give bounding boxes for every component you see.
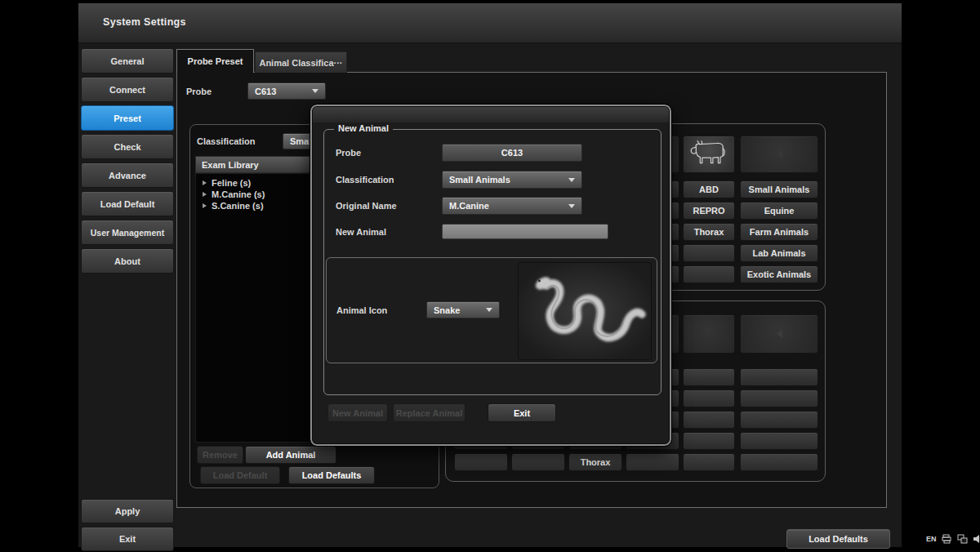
sidebar-item-check[interactable]: Check: [81, 134, 174, 159]
network-icon: [957, 534, 968, 544]
animal-icon-value: Snake: [434, 305, 460, 315]
exam-library-title: Exam Library: [202, 160, 259, 170]
tab-animal-classification[interactable]: Animal Classifica···: [255, 51, 347, 73]
preset-button-farm-animals[interactable]: Farm Animals: [740, 223, 818, 241]
app-window: System Settings General Connect Preset C…: [78, 3, 902, 547]
classification-label: Classification: [197, 136, 256, 146]
dialog-probe-value: C613: [442, 144, 582, 162]
preset-button[interactable]: [740, 432, 818, 450]
dialog-classification-value: Small Animals: [449, 175, 510, 185]
footer-load-defaults-button[interactable]: Load Defaults: [786, 529, 890, 549]
dialog-new-animal-button[interactable]: New Animal: [327, 403, 388, 422]
animal-icon-select[interactable]: Snake: [426, 301, 500, 318]
preset-button[interactable]: [740, 368, 818, 386]
new-animal-input[interactable]: [442, 224, 608, 239]
preset-button[interactable]: [740, 390, 818, 407]
faint-arrow-icon: [777, 150, 782, 158]
fieldset-legend: New Animal: [334, 123, 393, 133]
preset-button[interactable]: [683, 265, 735, 283]
preset-button-abd[interactable]: ABD: [683, 180, 735, 198]
dialog-classification-select[interactable]: Small Animals: [442, 171, 582, 189]
animal-icon-button[interactable]: [740, 314, 818, 354]
preset-button-repro[interactable]: REPRO: [683, 202, 735, 220]
preset-button[interactable]: [454, 453, 508, 471]
probe-select-value: C613: [255, 87, 276, 96]
printer-icon: [942, 534, 952, 544]
load-default-button[interactable]: Load Default: [200, 466, 280, 484]
preset-button-small-animals[interactable]: Small Animals: [740, 180, 818, 198]
sidebar-item-connect[interactable]: Connect: [81, 77, 174, 102]
dialog-titlebar[interactable]: [313, 107, 669, 122]
animal-icon-preview: [518, 262, 652, 360]
animal-icon-button[interactable]: [740, 136, 818, 173]
apply-button[interactable]: Apply: [81, 499, 174, 523]
list-item-label: M.Canine (s): [212, 189, 265, 199]
dialog-original-name-select[interactable]: M.Canine: [442, 197, 582, 215]
cow-icon: [687, 139, 731, 170]
animal-icon-label: Animal Icon: [336, 305, 387, 315]
animal-icon-group: Animal Icon Snake: [326, 257, 657, 363]
dialog-classification-label: Classification: [336, 175, 394, 185]
preset-button[interactable]: [683, 453, 735, 471]
preset-button-equine[interactable]: Equine: [740, 202, 818, 220]
faint-arrow-icon: [777, 330, 782, 338]
expand-arrow-icon[interactable]: [203, 203, 207, 208]
probe-select[interactable]: C613: [247, 82, 326, 100]
preset-button[interactable]: [683, 368, 735, 386]
list-item-label: Feline (s): [212, 178, 251, 188]
snake-eye: [538, 280, 541, 283]
dialog-exit-button[interactable]: Exit: [488, 403, 556, 422]
sidebar-item-advance[interactable]: Advance: [81, 162, 174, 188]
preset-button[interactable]: [683, 244, 735, 262]
expand-arrow-icon[interactable]: [203, 180, 207, 185]
preset-button[interactable]: [683, 390, 735, 407]
preset-button-lab-animals[interactable]: Lab Animals: [740, 244, 818, 262]
preset-button[interactable]: [511, 453, 565, 471]
animal-icon-button[interactable]: [683, 314, 735, 354]
sidebar-item-general[interactable]: General: [81, 48, 174, 73]
remove-button[interactable]: Remove: [197, 446, 243, 464]
dialog-new-animal-label: New Animal: [336, 227, 386, 237]
sidebar-item-preset[interactable]: Preset: [81, 105, 174, 131]
tab-probe-preset[interactable]: Probe Preset: [176, 49, 254, 73]
chevron-down-icon: [568, 178, 575, 182]
preset-button[interactable]: [683, 432, 735, 450]
preset-button[interactable]: [626, 453, 679, 471]
preset-button[interactable]: [740, 411, 818, 429]
preset-button[interactable]: [740, 453, 818, 471]
status-tray: EN: [926, 534, 980, 544]
cow-icon-button[interactable]: [683, 136, 735, 173]
titlebar: System Settings: [78, 3, 902, 43]
language-indicator: EN: [926, 535, 937, 543]
add-animal-button[interactable]: Add Animal: [245, 446, 336, 464]
new-animal-dialog: New Animal Probe C613 Classification Sma…: [310, 105, 671, 446]
dialog-original-name-label: Original Name: [336, 201, 397, 211]
chevron-down-icon: [568, 204, 575, 208]
preset-button-thorax-2[interactable]: Thorax: [568, 453, 622, 471]
exit-button[interactable]: Exit: [81, 527, 174, 551]
new-animal-fieldset: New Animal Probe C613 Classification Sma…: [323, 129, 662, 395]
chevron-down-icon: [312, 89, 318, 93]
load-defaults-button[interactable]: Load Defaults: [288, 466, 375, 484]
snake-icon: [519, 263, 649, 358]
expand-arrow-icon[interactable]: [203, 192, 207, 197]
sidebar-item-about[interactable]: About: [81, 248, 174, 274]
preset-button-thorax[interactable]: Thorax: [683, 223, 735, 241]
window-title: System Settings: [103, 16, 186, 28]
sidebar-item-load-default[interactable]: Load Default: [81, 191, 174, 216]
preset-button[interactable]: [683, 411, 735, 429]
dialog-replace-animal-button[interactable]: Replace Animal: [393, 403, 466, 422]
dialog-probe-value-text: C613: [501, 148, 523, 158]
sidebar-item-user-management[interactable]: User Management: [81, 220, 174, 245]
dialog-original-name-value: M.Canine: [449, 201, 489, 211]
dialog-probe-label: Probe: [336, 148, 361, 158]
preset-button-exotic-animals[interactable]: Exotic Animals: [740, 265, 818, 283]
speaker-mute-icon: [973, 534, 980, 544]
probe-label: Probe: [186, 87, 212, 96]
chevron-down-icon: [486, 308, 492, 312]
list-item-label: S.Canine (s): [212, 201, 264, 211]
